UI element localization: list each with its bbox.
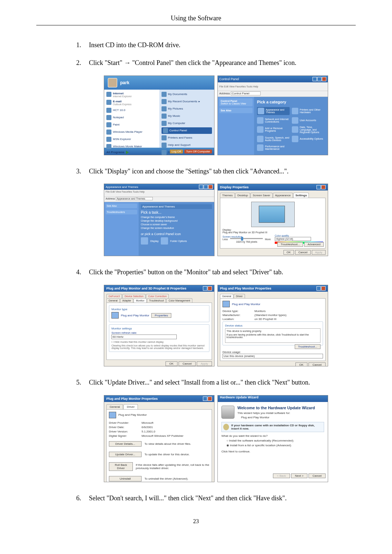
cancel-button[interactable]: Cancel xyxy=(179,361,196,366)
opt-auto[interactable]: ○ Install the software automatically (Re… xyxy=(226,439,324,442)
display-label[interactable]: Display xyxy=(150,240,159,242)
task-bg[interactable]: Change the desktop background xyxy=(141,219,212,222)
start-paint[interactable]: Paint xyxy=(106,122,157,128)
cancel-button[interactable]: Cancel xyxy=(309,362,326,366)
window-titlebar: Control Panel xyxy=(218,76,328,82)
apply-button[interactable]: Apply xyxy=(312,250,326,255)
troubleshoot-button[interactable]: Troubleshoot... xyxy=(295,344,320,349)
tab-colorcorr[interactable]: Color Correction xyxy=(146,294,169,298)
color-combo[interactable]: Highest (32 bit) xyxy=(275,237,311,241)
advanced-button[interactable]: Advanced xyxy=(304,242,324,247)
tab-screensaver[interactable]: Screen Saver xyxy=(250,193,272,198)
start-wmm[interactable]: Windows Movie Maker xyxy=(106,143,157,150)
start-email[interactable]: E-mailOutlook Express xyxy=(106,99,157,106)
close-button[interactable] xyxy=(321,286,326,291)
cat-network[interactable]: Network and Internet Connections xyxy=(257,117,290,124)
minimize-button[interactable] xyxy=(313,77,317,81)
switch-view[interactable]: Switch to Classic View xyxy=(221,102,246,105)
task-theme[interactable]: Change the computer's theme xyxy=(141,216,212,218)
update-driver-button[interactable]: Update Driver... xyxy=(109,452,142,457)
cat-datetime[interactable]: Date, Time, Language, and Regional Optio… xyxy=(292,126,324,134)
res-slider[interactable] xyxy=(230,238,263,239)
cat-addremove[interactable]: Add or Remove Programs xyxy=(257,126,290,134)
cancel-button[interactable]: Cancel xyxy=(295,250,311,255)
turnoff-button[interactable]: Turn Off Computer xyxy=(184,149,212,153)
task-ss[interactable]: Choose a screen saver xyxy=(141,223,212,226)
maximize-button[interactable] xyxy=(317,77,322,81)
properties-button[interactable]: Properties xyxy=(151,313,171,318)
start-internet[interactable]: InternetInternet Explorer xyxy=(106,91,157,98)
maximize-button[interactable] xyxy=(204,185,208,189)
version-value: 5.1.2001.0 xyxy=(142,430,155,433)
addressbar[interactable]: Address Control Panel xyxy=(218,91,328,97)
loc-value: on 3D Prophet III xyxy=(254,317,276,321)
apply-button[interactable]: Apply xyxy=(197,361,212,366)
tab-general[interactable]: General xyxy=(220,294,233,298)
start-mypic[interactable]: My Pictures xyxy=(162,106,212,112)
cat-perf[interactable]: Performance and Maintenance xyxy=(257,144,290,151)
uninstall-button[interactable]: Uninstall xyxy=(109,476,142,481)
tab-troubleshoot[interactable]: Troubleshoot xyxy=(147,298,166,303)
folder-options-icon[interactable] xyxy=(161,237,168,245)
close-button[interactable] xyxy=(321,185,326,189)
tab-general[interactable]: General xyxy=(106,404,123,409)
close-button[interactable] xyxy=(208,185,213,189)
help-button[interactable] xyxy=(317,185,321,189)
troubleshoot-button[interactable]: Troubleshoot... xyxy=(277,242,303,247)
start-mymusic[interactable]: My Music xyxy=(162,113,212,119)
cancel-button[interactable]: Cancel xyxy=(309,473,326,478)
ok-button[interactable]: OK xyxy=(295,362,308,366)
display-icon[interactable] xyxy=(141,237,148,245)
tab-driver[interactable]: Driver xyxy=(123,404,138,409)
help-button[interactable] xyxy=(203,397,207,401)
tab-geforce[interactable]: GeForce3 xyxy=(106,294,122,298)
tab-devsel[interactable]: Device Selection xyxy=(122,294,146,298)
tab-desktop[interactable]: Desktop xyxy=(235,193,250,198)
cat-sound[interactable]: Sounds, Speech, and Audio Devices xyxy=(257,136,290,142)
cat-appearance[interactable]: Appearance and Themes xyxy=(257,107,290,115)
ok-button[interactable]: OK xyxy=(166,361,178,366)
tab-general[interactable]: General xyxy=(106,298,120,303)
start-notepad[interactable]: Notepad xyxy=(106,114,157,121)
start-mydocs[interactable]: My Documents xyxy=(162,91,212,98)
logoff-button[interactable]: Log Off xyxy=(170,149,183,153)
back-button[interactable]: < Back xyxy=(273,473,290,478)
tab-monitor[interactable]: Monitor xyxy=(134,298,146,303)
addressbar[interactable]: Address Appearance and Themes xyxy=(104,197,214,202)
close-button[interactable] xyxy=(322,77,326,81)
start-cpanel[interactable]: Control Panel xyxy=(162,127,212,134)
tab-driver[interactable]: Driver xyxy=(234,294,245,298)
driver-details-button[interactable]: Driver Details... xyxy=(109,441,142,447)
start-mycomp[interactable]: My Computer xyxy=(162,120,212,127)
tab-settings[interactable]: Settings xyxy=(293,193,309,198)
tab-colormgmt[interactable]: Color Management xyxy=(166,298,192,303)
start-msn[interactable]: MSN Explorer xyxy=(106,136,157,143)
tab-adapter[interactable]: Adapter xyxy=(120,298,134,303)
usage-combo[interactable]: Use this device (enable) xyxy=(222,354,323,358)
next-button[interactable]: Next > xyxy=(291,473,307,478)
close-button[interactable] xyxy=(208,397,212,401)
hide-modes-checkbox[interactable]: ☐ Hide modes that this monitor cannot di… xyxy=(111,341,207,344)
tab-themes[interactable]: Themes xyxy=(220,193,235,198)
help-button[interactable] xyxy=(203,286,207,291)
start-help[interactable]: Help and Support xyxy=(162,142,212,148)
refresh-combo[interactable]: 60 Hertz xyxy=(111,335,177,339)
opt-list[interactable]: ◉ Install from a list or specific locati… xyxy=(226,444,324,447)
cat-printers[interactable]: Printers and Other Hardware xyxy=(292,107,324,115)
label: See Also xyxy=(221,109,231,112)
ok-button[interactable]: OK xyxy=(283,250,294,255)
help-button[interactable] xyxy=(317,286,321,291)
start-myrecent[interactable]: My Recent Documents ▸ xyxy=(162,98,212,105)
tab-appearance[interactable]: Appearance xyxy=(273,193,293,198)
minimize-button[interactable] xyxy=(199,185,203,189)
task-res[interactable]: Change the screen resolution xyxy=(141,227,212,229)
start-hct[interactable]: HCT 10.0 xyxy=(106,107,157,114)
start-printers[interactable]: Printers and Faxes xyxy=(162,135,212,141)
roll-back-button[interactable]: Roll Back Driver xyxy=(109,462,133,471)
folder-options-label[interactable]: Folder Options xyxy=(170,240,187,242)
close-button[interactable] xyxy=(208,286,212,291)
start-wmp[interactable]: Windows Media Player xyxy=(106,129,157,135)
cat-access[interactable]: Accessibility Options xyxy=(292,136,324,142)
cat-users[interactable]: User Accounts xyxy=(292,117,324,124)
start-all-programs[interactable]: All Programs xyxy=(106,151,157,154)
